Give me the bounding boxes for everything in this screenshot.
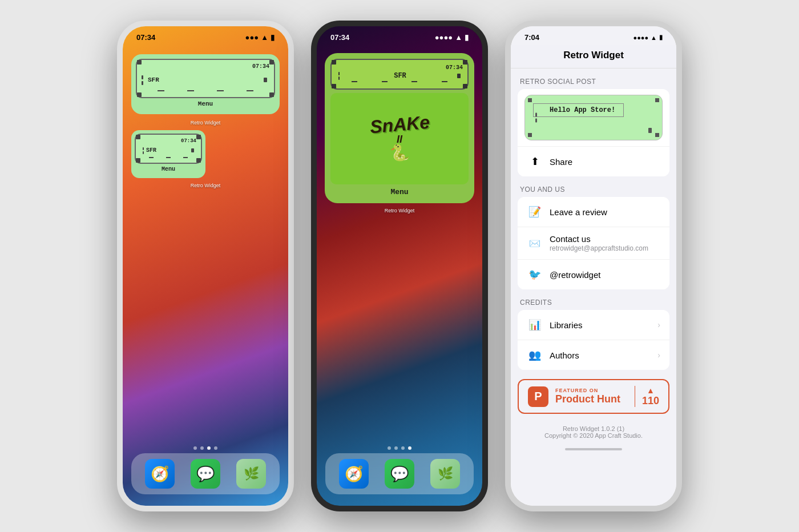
messages-icon: 💬 — [196, 465, 215, 483]
leave-review-row[interactable]: 📝 Leave a review — [518, 197, 669, 227]
phone3-nav-bar: Retro Widget — [511, 45, 676, 68]
phone1-widget-time-small: 07:34 — [140, 138, 196, 144]
credits-section: CREDITS 📊 Libraries › — [511, 299, 676, 370]
authors-row[interactable]: 👥 Authors › — [518, 340, 669, 370]
phone2-app3-icon: 🌿 — [438, 466, 453, 481]
leave-review-content: Leave a review — [550, 207, 660, 217]
ph-count: 110 — [642, 395, 659, 407]
phone3-status-bar: 7:04 ●●●● ▲ ▮ — [511, 26, 676, 45]
share-label: Share — [550, 157, 660, 167]
phone2-time: 07:34 — [330, 33, 349, 42]
phone2-menu: Menu — [330, 184, 469, 198]
phone1-dot-0 — [193, 446, 197, 450]
phone2-status-icons: ●●●● ▲ ▮ — [435, 33, 469, 42]
phone2-frame: 07:34 ●●●● ▲ ▮ 07:34 — [311, 21, 488, 511]
signal-icon: ●●● — [245, 33, 259, 42]
phone2-dot-3 — [408, 446, 411, 450]
phone1-carrier-small: SFR — [146, 147, 156, 154]
snake-logo: SnAKe II 🐍 — [370, 115, 430, 163]
share-row[interactable]: ⬆ Share — [518, 146, 669, 176]
phone1-status-icons: ●●● ▲ ▮ — [245, 33, 275, 42]
phone2-safari-icon: 🧭 — [345, 465, 363, 483]
phone1-widget-large: 07:34 SFR — [131, 54, 280, 114]
phone1-page-dots — [123, 442, 288, 454]
contact-us-row[interactable]: ✉️ Contact us retrowidget@appcraftstudio… — [518, 227, 669, 260]
credits-label: CREDITS — [511, 299, 676, 310]
app3-icon: 🌿 — [244, 466, 259, 481]
phone2-screen-top: 07:34 SFR — [330, 59, 469, 90]
phone2-signal-icon: ●●●● — [435, 33, 453, 42]
phone1-dot-1 — [200, 446, 204, 450]
share-icon-container: ⬆ — [527, 154, 543, 170]
phone2-dock-messages[interactable]: 💬 — [385, 459, 414, 489]
contact-us-content: Contact us retrowidget@appcraftstudio.co… — [550, 234, 660, 252]
phone1-dot-2 — [207, 446, 211, 450]
authors-chevron-icon: › — [657, 350, 660, 360]
phone2-messages-icon: 💬 — [390, 465, 409, 483]
phone3-wifi-icon: ▲ — [651, 34, 657, 41]
product-hunt-badge[interactable]: P FEATURED ON Product Hunt ▲ 110 — [518, 379, 669, 414]
phone2-dock-safari[interactable]: 🧭 — [339, 459, 369, 489]
retro-social-section: RETRO SOCIAL POST — [511, 78, 676, 176]
phone2-page-dots — [317, 442, 482, 454]
libraries-chevron-icon: › — [657, 320, 660, 329]
contact-us-icon-container: ✉️ — [527, 235, 543, 251]
ph-product-name: Product Hunt — [555, 393, 628, 405]
retro-social-label: RETRO SOCIAL POST — [511, 78, 676, 89]
phone2-dot-2 — [401, 446, 405, 450]
ph-logo: P — [528, 386, 548, 407]
phone3-scroll-area[interactable]: RETRO SOCIAL POST — [511, 68, 676, 506]
phone1-dock-app3[interactable]: 🌿 — [236, 459, 266, 489]
wifi-icon: ▲ — [261, 33, 268, 42]
phone1-time: 07:34 — [136, 33, 155, 42]
phone2-dot-1 — [394, 446, 398, 450]
twitter-row[interactable]: 🐦 @retrowidget — [518, 260, 669, 289]
phone1-widget-small: 07:34 SFR — [131, 130, 205, 178]
phone1-menu-large: Menu — [136, 98, 275, 110]
phone1-dock-safari[interactable]: 🧭 — [145, 459, 175, 489]
phone1-status-bar: 07:34 ●●● ▲ ▮ — [123, 26, 288, 45]
phone1-dot-3 — [214, 446, 217, 450]
phone3-home-indicator — [565, 448, 622, 450]
phone1-dock: 🧭 💬 🌿 — [131, 453, 280, 494]
screenshots-container: 07:34 ●●● ▲ ▮ 07:34 — [106, 9, 693, 523]
libraries-icon-container: 📊 — [527, 317, 543, 333]
credits-card: 📊 Libraries › 👥 Auth — [518, 310, 669, 370]
twitter-content: @retrowidget — [550, 270, 660, 280]
phone1-widget-label-small: Retro Widget — [123, 183, 288, 188]
retro-post-text: Hello App Store! — [533, 103, 624, 117]
phone2-dock: 🧭 💬 🌿 — [325, 453, 474, 494]
leave-review-icon-container: 📝 — [527, 204, 543, 220]
phone2-status-bar: 07:34 ●●●● ▲ ▮ — [317, 26, 482, 45]
app-footer: Retro Widget 1.0.2 (1) Copyright © 2020 … — [511, 423, 676, 444]
snake-image-area: SnAKe II 🐍 — [330, 93, 469, 184]
phone2-battery-icon: ▮ — [465, 33, 469, 42]
phone2-dock-app3[interactable]: 🌿 — [430, 459, 460, 489]
authors-icon: 👥 — [528, 349, 541, 361]
ph-featured-text: FEATURED ON — [555, 388, 628, 393]
phone1-carrier-large: SFR — [148, 76, 159, 83]
ph-text-area: FEATURED ON Product Hunt — [555, 388, 628, 405]
libraries-row[interactable]: 📊 Libraries › — [518, 310, 669, 340]
phone1-dock-messages[interactable]: 💬 — [191, 459, 220, 489]
phone3-signal-icon: ●●●● — [633, 34, 649, 41]
phone3-content: 7:04 ●●●● ▲ ▮ Retro Widget RETRO SOCIAL … — [511, 26, 676, 506]
phone3-battery-icon: ▮ — [659, 34, 663, 41]
authors-content: Authors — [550, 350, 657, 360]
libraries-icon: 📊 — [528, 319, 541, 331]
phone3-nav-title: Retro Widget — [520, 50, 667, 61]
phone3-frame: 7:04 ●●●● ▲ ▮ Retro Widget RETRO SOCIAL … — [505, 21, 682, 511]
share-icon: ⬆ — [531, 155, 539, 168]
email-icon: ✉️ — [529, 238, 540, 249]
phone2-widget: 07:34 SFR — [325, 53, 474, 203]
phone1-content: 07:34 ●●● ▲ ▮ 07:34 — [123, 26, 288, 506]
safari-icon: 🧭 — [151, 465, 169, 483]
phone1-widget-time: 07:34 — [142, 63, 269, 70]
retro-post-preview-container: Hello App Store! — [518, 89, 669, 146]
you-and-us-card: 📝 Leave a review ✉️ Contact us — [518, 197, 669, 289]
phone1-frame: 07:34 ●●● ▲ ▮ 07:34 — [117, 21, 294, 511]
phone2-content: 07:34 ●●●● ▲ ▮ 07:34 — [317, 26, 482, 506]
battery-icon: ▮ — [271, 33, 275, 42]
phone1-menu-small: Menu — [135, 164, 202, 175]
libraries-content: Libraries — [550, 320, 657, 330]
